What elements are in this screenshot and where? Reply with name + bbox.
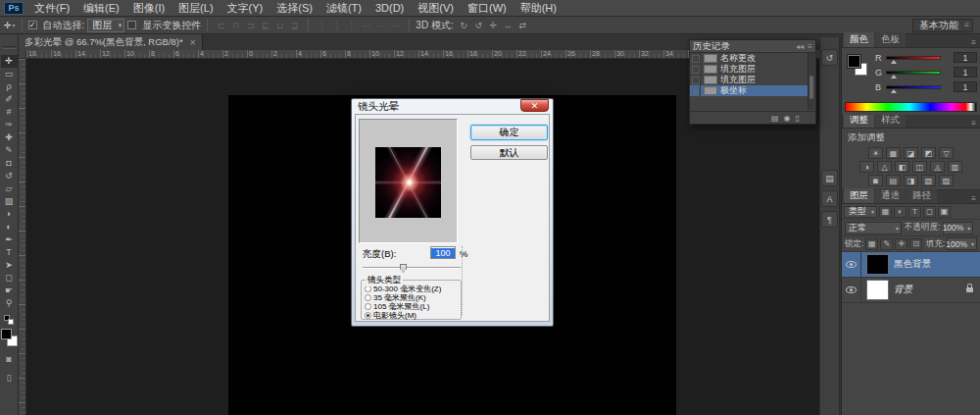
align-top-edges-icon[interactable]: ⊑ — [258, 19, 272, 32]
slider-thumb-icon[interactable] — [891, 86, 897, 93]
tab-color[interactable]: 颜色 — [844, 32, 874, 47]
tab-channels[interactable]: 通道 — [875, 188, 906, 203]
quick-mask-button[interactable]: ◙ — [1, 352, 18, 365]
lock-position-icon[interactable]: ✛ — [895, 238, 907, 250]
color-spectrum-ramp[interactable] — [845, 102, 977, 112]
3d-slide-icon[interactable]: ↔ — [501, 19, 515, 32]
3d-roll-icon[interactable]: ↺ — [471, 19, 486, 32]
auto-select-target-dropdown[interactable]: 图层 — [87, 19, 124, 32]
paragraph-panel-icon[interactable]: ¶ — [821, 211, 838, 228]
vibrance-icon[interactable]: ▽ — [939, 147, 954, 159]
opacity-field[interactable]: 100% — [943, 222, 973, 234]
menu-item[interactable]: 图像(I) — [126, 1, 172, 16]
distribute-left-icon[interactable]: ⋯ — [359, 19, 373, 32]
quick-selection-tool[interactable]: ✐ — [1, 93, 18, 106]
distribute-vertical-centers-icon[interactable]: ⋮ — [329, 19, 344, 32]
channel-value[interactable]: 1 — [954, 52, 977, 63]
channel-mixer-icon[interactable]: ◬ — [930, 161, 945, 173]
tab-styles[interactable]: 样式 — [875, 113, 906, 128]
tab-swatches[interactable]: 色板 — [875, 32, 906, 47]
flare-preview-image[interactable] — [375, 147, 441, 218]
scrollbar-thumb[interactable] — [809, 76, 813, 99]
black-white-icon[interactable]: ◧ — [895, 161, 909, 173]
slider-thumb-icon[interactable] — [891, 72, 897, 78]
current-tool-preset[interactable]: ✛ ▾ — [4, 21, 16, 30]
exposure-icon[interactable]: ◩ — [921, 147, 936, 159]
3d-rotate-icon[interactable]: ↻ — [457, 19, 471, 32]
menu-item[interactable]: 滤镜(T) — [319, 1, 368, 16]
color-balance-icon[interactable]: △ — [877, 161, 892, 173]
menu-item[interactable]: 窗口(W) — [461, 1, 514, 16]
brightness-contrast-icon[interactable]: ☀ — [868, 147, 883, 159]
spot-healing-tool[interactable]: ✚ — [1, 131, 18, 144]
menu-item[interactable]: 选择(S) — [270, 1, 319, 16]
menu-item[interactable]: 视图(V) — [411, 1, 461, 16]
panel-menu-icon[interactable]: ≡ — [808, 42, 812, 51]
history-panel-icon[interactable]: ↺ — [821, 49, 838, 66]
lock-pixels-icon[interactable]: ✎ — [880, 238, 893, 250]
pixel-layer-filter-icon[interactable]: ▦ — [879, 206, 892, 218]
tab-paths[interactable]: 路径 — [906, 188, 937, 203]
document-tab[interactable]: 多彩光晕 @ 66.7%(黑色背景, RGB/8)* × — [19, 34, 203, 50]
close-icon[interactable]: × — [190, 37, 196, 48]
color-lookup-icon[interactable]: ▥ — [948, 161, 962, 173]
panel-menu-icon[interactable]: ≡ — [971, 38, 978, 47]
fill-field[interactable]: 100% — [947, 237, 977, 250]
new-snapshot-icon[interactable]: ◉ — [784, 114, 791, 123]
channel-value[interactable]: 1 — [954, 67, 977, 78]
history-item[interactable]: 极坐标 — [690, 85, 808, 96]
menu-item[interactable]: 帮助(H) — [514, 1, 564, 16]
type-tool[interactable]: T — [1, 246, 18, 259]
lasso-tool[interactable]: ρ — [1, 80, 18, 93]
foreground-color-swatch[interactable] — [1, 329, 12, 339]
channel-slider[interactable] — [886, 85, 941, 89]
slider-thumb[interactable] — [400, 264, 407, 273]
distribute-top-icon[interactable]: ⋮ — [315, 19, 329, 32]
threshold-icon[interactable]: ◨ — [904, 175, 918, 186]
align-bottom-edges-icon[interactable]: ⊒ — [287, 19, 302, 32]
gradient-tool[interactable]: ▨ — [1, 195, 18, 208]
lens-type-radio[interactable]: 电影镜头(M) — [362, 311, 461, 320]
gradient-map-icon[interactable]: ▧ — [921, 175, 936, 186]
curves-icon[interactable]: ◪ — [904, 147, 918, 159]
brightness-input[interactable]: 100 — [430, 246, 456, 259]
ok-button[interactable]: 确定 — [470, 125, 548, 140]
menu-item[interactable]: 图层(L) — [172, 1, 220, 16]
layer-row[interactable]: 背景 — [842, 278, 980, 303]
3d-scale-icon[interactable]: ⇄ — [515, 19, 530, 32]
pen-tool[interactable]: ✒ — [1, 233, 18, 246]
character-panel-icon[interactable]: A — [821, 190, 838, 207]
menu-item[interactable]: 3D(D) — [368, 2, 411, 14]
channel-slider[interactable] — [886, 56, 941, 60]
dodge-tool[interactable]: ◐ — [1, 221, 18, 233]
zoom-tool[interactable]: ⚲ — [1, 297, 18, 310]
clone-stamp-tool[interactable]: ◘ — [1, 157, 18, 170]
blend-mode-dropdown[interactable]: 正常 — [845, 222, 902, 234]
move-tool[interactable]: ✛ — [1, 55, 18, 68]
brightness-slider[interactable] — [363, 267, 461, 269]
history-source-checkbox[interactable] — [690, 75, 701, 85]
new-doc-from-state-icon[interactable]: ▤ — [771, 114, 779, 123]
smart-object-filter-icon[interactable]: ▣ — [938, 206, 951, 218]
posterize-icon[interactable]: ▤ — [886, 175, 901, 186]
close-icon[interactable] — [520, 99, 549, 112]
default-button[interactable]: 默认 — [470, 145, 548, 160]
foreground-color-swatch[interactable] — [848, 55, 860, 68]
collapse-panel-icon[interactable]: ◂◂ — [796, 42, 804, 51]
invert-icon[interactable]: ◙ — [868, 175, 883, 186]
channel-value[interactable]: 1 — [954, 81, 977, 92]
lock-all-icon[interactable]: ⊡ — [909, 238, 922, 250]
history-source-checkbox[interactable] — [690, 53, 701, 64]
distribute-horizontal-centers-icon[interactable]: ⋯ — [373, 19, 388, 32]
levels-icon[interactable]: ▦ — [886, 147, 901, 159]
auto-select-checkbox[interactable] — [28, 21, 37, 29]
history-scrollbar[interactable] — [808, 53, 814, 110]
brush-tool[interactable]: ✎ — [1, 144, 18, 157]
workspace-switcher-button[interactable]: 基本功能 — [912, 19, 973, 32]
eraser-tool[interactable]: ▱ — [1, 182, 18, 195]
align-vertical-centers-icon[interactable]: ⊔ — [272, 19, 287, 32]
align-horizontal-centers-icon[interactable]: ⊓ — [228, 19, 243, 32]
menu-item[interactable]: 文件(F) — [27, 1, 76, 16]
crop-tool[interactable]: # — [1, 106, 18, 119]
type-layer-filter-icon[interactable]: T — [908, 206, 921, 218]
